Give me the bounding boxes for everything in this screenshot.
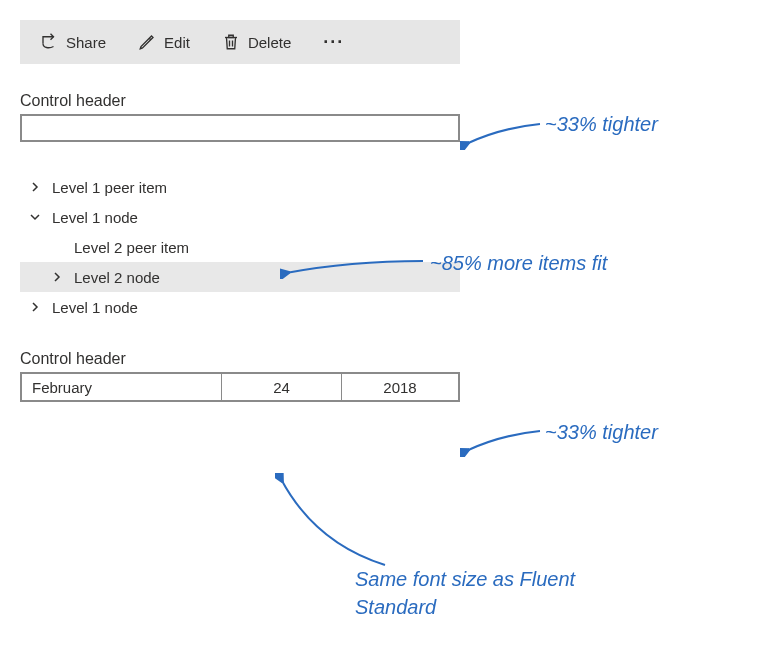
tree-label: Level 2 peer item [74, 239, 189, 256]
delete-icon [222, 33, 240, 51]
command-bar: Share Edit Delete ··· [20, 20, 460, 64]
chevron-right-icon [28, 302, 42, 312]
tree-label: Level 1 node [52, 299, 138, 316]
date-day[interactable]: 24 [222, 374, 342, 400]
tree-label: Level 1 peer item [52, 179, 167, 196]
date-year[interactable]: 2018 [342, 374, 458, 400]
share-icon [40, 33, 58, 51]
tree-view: Level 1 peer item Level 1 node Level 2 p… [20, 172, 460, 322]
textbox-header: Control header [20, 92, 763, 110]
tree-item[interactable]: Level 1 node [20, 202, 460, 232]
annotation-bottom: Same font size as Fluent Standard [355, 565, 605, 621]
chevron-right-icon [50, 272, 64, 282]
delete-label: Delete [248, 34, 291, 51]
datepicker-header: Control header [20, 350, 763, 368]
arrow-icon [280, 255, 425, 279]
share-button[interactable]: Share [26, 25, 120, 59]
tree-label: Level 2 node [74, 269, 160, 286]
arrow-icon [275, 473, 395, 568]
arrow-icon [460, 120, 542, 150]
more-button[interactable]: ··· [309, 24, 358, 61]
date-picker[interactable]: February 24 2018 [20, 372, 460, 402]
text-input[interactable] [20, 114, 460, 142]
annotation-low: ~33% tighter [545, 418, 658, 446]
edit-icon [138, 33, 156, 51]
share-label: Share [66, 34, 106, 51]
date-month[interactable]: February [22, 374, 222, 400]
annotation-mid: ~85% more items fit [430, 249, 607, 277]
annotation-top: ~33% tighter [545, 110, 658, 138]
tree-item[interactable]: Level 1 peer item [20, 172, 460, 202]
chevron-down-icon [28, 212, 42, 222]
tree-item[interactable]: Level 1 node [20, 292, 460, 322]
chevron-right-icon [28, 182, 42, 192]
edit-button[interactable]: Edit [124, 25, 204, 59]
edit-label: Edit [164, 34, 190, 51]
delete-button[interactable]: Delete [208, 25, 305, 59]
arrow-icon [460, 427, 542, 457]
tree-label: Level 1 node [52, 209, 138, 226]
